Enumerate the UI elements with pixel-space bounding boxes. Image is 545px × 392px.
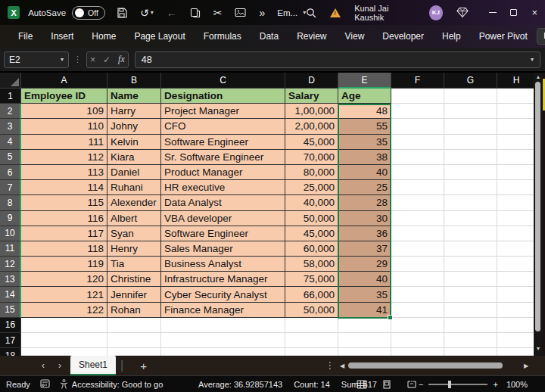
cell-B17[interactable]	[107, 333, 161, 348]
undo-icon[interactable]: ↺▾	[140, 8, 154, 18]
cell-B9[interactable]: Albert	[107, 211, 161, 226]
row-header-3[interactable]: 3	[0, 119, 21, 134]
cell-G17[interactable]	[444, 333, 497, 348]
excel-logo-icon[interactable]: X	[8, 6, 20, 19]
cell-A15[interactable]: 122	[21, 303, 107, 318]
cell-F5[interactable]	[391, 150, 444, 165]
zoom-slider[interactable]	[428, 384, 487, 385]
cell-F15[interactable]	[391, 303, 444, 318]
row-header-11[interactable]: 11	[0, 241, 21, 257]
comments-button[interactable]	[537, 28, 545, 45]
select-all-corner[interactable]	[0, 73, 21, 89]
cell-C6[interactable]: Product Manager	[161, 165, 285, 180]
name-box[interactable]: E2 ▾	[4, 51, 69, 68]
column-header-H[interactable]: H	[497, 73, 536, 89]
tab-formulas[interactable]: Formulas	[195, 25, 251, 48]
cell-F2[interactable]	[391, 104, 444, 119]
row-header-2[interactable]: 2	[0, 104, 21, 119]
minimize-button[interactable]	[482, 0, 503, 25]
cell-D4[interactable]: 45,000	[285, 135, 338, 150]
cell-H11[interactable]	[497, 241, 536, 257]
cell-D5[interactable]: 70,000	[285, 150, 338, 165]
qat-overflow-icon[interactable]: »	[259, 8, 265, 18]
sheet-options-icon[interactable]: ⋮	[325, 360, 335, 371]
normal-view-icon[interactable]	[354, 378, 369, 391]
scroll-left-icon[interactable]: ◀	[340, 362, 344, 369]
cell-C8[interactable]: Data Analyst	[161, 195, 285, 210]
cell-A11[interactable]: 118	[21, 241, 107, 257]
cell-A10[interactable]: 117	[21, 226, 107, 241]
cell-E12[interactable]: 29	[338, 257, 391, 272]
cell-G7[interactable]	[444, 180, 497, 195]
cell-F17[interactable]	[391, 333, 444, 348]
search-icon[interactable]	[306, 8, 316, 18]
cell-G10[interactable]	[444, 226, 497, 241]
cell-B13[interactable]: Christine	[107, 272, 161, 287]
cell-E7[interactable]: 25	[338, 180, 391, 195]
row-header-17[interactable]: 17	[0, 333, 21, 348]
cell-H1[interactable]	[497, 89, 536, 104]
enter-icon[interactable]: ✓	[103, 54, 111, 65]
cell-A9[interactable]: 116	[21, 211, 107, 226]
user-avatar[interactable]: KJ	[429, 5, 443, 20]
cell-E16[interactable]	[338, 318, 391, 333]
tab-page-layout[interactable]: Page Layout	[125, 25, 194, 48]
autosave-toggle[interactable]: Off	[72, 6, 105, 20]
insert-function-icon[interactable]: fx	[118, 54, 125, 65]
row-header-16[interactable]: 16	[0, 318, 21, 333]
column-header-F[interactable]: F	[391, 73, 444, 89]
cell-F4[interactable]	[391, 135, 444, 150]
page-break-preview-icon[interactable]	[404, 378, 419, 391]
cell-F16[interactable]	[391, 318, 444, 333]
cell-G4[interactable]	[444, 135, 497, 150]
cell-C3[interactable]: CFO	[161, 119, 285, 134]
row-header-15[interactable]: 15	[0, 303, 21, 318]
cell-E3[interactable]: 55	[338, 119, 391, 134]
cell-D7[interactable]: 25,000	[285, 180, 338, 195]
picture-icon[interactable]	[235, 8, 246, 17]
cell-G15[interactable]	[444, 303, 497, 318]
row-header-13[interactable]: 13	[0, 272, 21, 287]
tab-view[interactable]: View	[336, 25, 374, 48]
cell-A12[interactable]: 119	[21, 257, 107, 272]
cell-H4[interactable]	[497, 135, 536, 150]
cell-G2[interactable]	[444, 104, 497, 119]
gem-icon[interactable]	[456, 7, 469, 18]
cell-B14[interactable]: Jennifer	[107, 287, 161, 302]
cell-C16[interactable]	[161, 318, 285, 333]
cell-E8[interactable]: 28	[338, 195, 391, 210]
redo-icon[interactable]: ←	[167, 8, 177, 18]
accessibility-status[interactable]: Accessibility: Good to go	[72, 380, 163, 389]
cell-E11[interactable]: 37	[338, 241, 391, 257]
cell-E5[interactable]: 38	[338, 150, 391, 165]
status-count[interactable]: Count: 14	[294, 380, 330, 389]
cell-H6[interactable]	[497, 165, 536, 180]
cell-C18[interactable]	[161, 348, 285, 356]
cell-A14[interactable]: 121	[21, 287, 107, 302]
cell-G8[interactable]	[444, 195, 497, 210]
close-button[interactable]: ×	[524, 0, 545, 25]
cell-D14[interactable]: 66,000	[285, 287, 338, 302]
cell-B15[interactable]: Rohan	[107, 303, 161, 318]
tab-data[interactable]: Data	[251, 25, 288, 48]
cell-H15[interactable]	[497, 303, 536, 318]
cell-E1[interactable]: Age	[338, 89, 391, 104]
cell-C1[interactable]: Designation	[161, 89, 285, 104]
column-header-B[interactable]: B	[107, 73, 161, 89]
user-name[interactable]: Kunal Jai Kaushik	[354, 4, 416, 22]
status-average[interactable]: Average: 36.92857143	[198, 380, 282, 389]
cell-H12[interactable]	[497, 257, 536, 272]
cancel-icon[interactable]: ×	[90, 54, 95, 65]
cell-B7[interactable]: Ruhani	[107, 180, 161, 195]
cell-D11[interactable]: 60,000	[285, 241, 338, 257]
cell-G13[interactable]	[444, 272, 497, 287]
cell-G16[interactable]	[444, 318, 497, 333]
cell-G3[interactable]	[444, 119, 497, 134]
maximize-button[interactable]	[503, 0, 525, 25]
cell-E13[interactable]: 40	[338, 272, 391, 287]
cell-E10[interactable]: 36	[338, 226, 391, 241]
cell-A7[interactable]: 114	[21, 180, 107, 195]
cell-D8[interactable]: 40,000	[285, 195, 338, 210]
cell-H2[interactable]	[497, 104, 536, 119]
cell-D1[interactable]: Salary	[285, 89, 338, 104]
